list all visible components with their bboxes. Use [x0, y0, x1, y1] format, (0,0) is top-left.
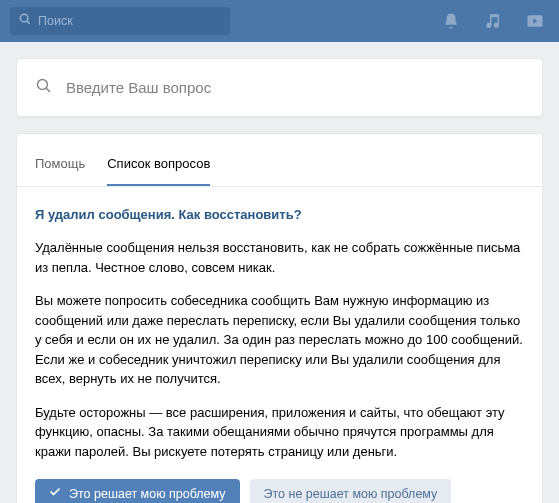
svg-point-0	[20, 14, 28, 22]
solves-button[interactable]: Это решает мою проблему	[35, 479, 240, 503]
not-solves-button[interactable]: Это не решает мою проблему	[250, 479, 452, 503]
article-paragraph: Удалённые сообщения нельзя восстановить,…	[35, 238, 524, 277]
svg-point-3	[37, 79, 47, 89]
tab-questions-list[interactable]: Список вопросов	[107, 142, 210, 186]
solves-button-label: Это решает мою проблему	[69, 487, 226, 501]
tab-help[interactable]: Помощь	[35, 142, 85, 186]
ask-card	[16, 58, 543, 117]
article: Я удалил сообщения. Как восстановить? Уд…	[17, 187, 542, 503]
global-search[interactable]	[10, 7, 230, 35]
article-paragraph: Будьте осторожны — все расширения, прило…	[35, 403, 524, 462]
search-input[interactable]	[38, 14, 222, 28]
bell-icon[interactable]	[441, 11, 461, 31]
check-icon	[49, 486, 61, 501]
video-icon[interactable]	[525, 11, 545, 31]
feedback-buttons: Это решает мою проблему Это не решает мо…	[35, 479, 524, 503]
article-title: Я удалил сообщения. Как восстановить?	[35, 207, 524, 222]
svg-line-1	[27, 21, 30, 24]
search-icon	[18, 12, 32, 30]
main-card: Помощь Список вопросов Я удалил сообщени…	[16, 133, 543, 503]
article-paragraph: Вы можете попросить собеседника сообщить…	[35, 291, 524, 389]
content: Помощь Список вопросов Я удалил сообщени…	[0, 42, 559, 503]
tabs: Помощь Список вопросов	[17, 142, 542, 187]
top-icons	[441, 11, 551, 31]
not-solves-button-label: Это не решает мою проблему	[264, 487, 438, 501]
search-icon	[35, 77, 52, 98]
question-input[interactable]	[66, 79, 524, 96]
ask-row	[17, 59, 542, 116]
svg-line-4	[46, 88, 50, 92]
music-icon[interactable]	[483, 11, 503, 31]
top-bar	[0, 0, 559, 42]
